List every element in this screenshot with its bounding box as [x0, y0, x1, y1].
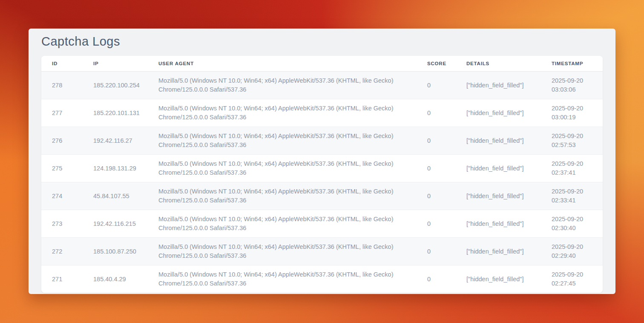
cell-id: 272: [41, 238, 83, 265]
cell-score: 0: [417, 265, 456, 293]
header-row: ID IP USER AGENT SCORE DETAILS TIMESTAMP: [41, 56, 603, 72]
cell-user-agent: Mozilla/5.0 (Windows NT 10.0; Win64; x64…: [148, 155, 417, 182]
cell-timestamp: 2025-09-20 02:29:40: [541, 238, 603, 265]
cell-ip: 185.220.100.254: [83, 72, 148, 99]
column-header-user-agent: USER AGENT: [148, 56, 417, 72]
cell-score: 0: [417, 238, 456, 265]
column-header-id: ID: [41, 56, 83, 72]
cell-id: 273: [41, 210, 83, 238]
cell-score: 0: [417, 210, 456, 238]
column-header-score: SCORE: [417, 56, 456, 72]
cell-user-agent: Mozilla/5.0 (Windows NT 10.0; Win64; x64…: [148, 182, 417, 210]
cell-score: 0: [417, 155, 456, 182]
log-row: 273 192.42.116.215 Mozilla/5.0 (Windows …: [41, 210, 603, 238]
cell-ip: 185.100.87.250: [83, 238, 148, 265]
cell-ip: 124.198.131.29: [83, 155, 148, 182]
column-header-timestamp: TIMESTAMP: [541, 56, 603, 72]
cell-user-agent: Mozilla/5.0 (Windows NT 10.0; Win64; x64…: [148, 99, 417, 127]
cell-id: 275: [41, 155, 83, 182]
log-row: 274 45.84.107.55 Mozilla/5.0 (Windows NT…: [41, 182, 603, 210]
cell-id: 277: [41, 99, 83, 127]
cell-details: ["hidden_field_filled"]: [456, 155, 541, 182]
cell-score: 0: [417, 127, 456, 155]
log-row: 278 185.220.100.254 Mozilla/5.0 (Windows…: [41, 72, 603, 99]
cell-timestamp: 2025-09-20 03:03:06: [541, 72, 603, 99]
cell-timestamp: 2025-09-20 03:00:19: [541, 99, 603, 127]
log-row: 277 185.220.101.131 Mozilla/5.0 (Windows…: [41, 99, 603, 127]
cell-timestamp: 2025-09-20 02:33:41: [541, 182, 603, 210]
cell-id: 274: [41, 182, 83, 210]
cell-ip: 192.42.116.215: [83, 210, 148, 238]
log-row: 275 124.198.131.29 Mozilla/5.0 (Windows …: [41, 155, 603, 182]
cell-id: 276: [41, 127, 83, 155]
cell-ip: 185.220.101.131: [83, 99, 148, 127]
cell-user-agent: Mozilla/5.0 (Windows NT 10.0; Win64; x64…: [148, 238, 417, 265]
cell-user-agent: Mozilla/5.0 (Windows NT 10.0; Win64; x64…: [148, 72, 417, 99]
cell-details: ["hidden_field_filled"]: [456, 99, 541, 127]
cell-ip: 45.84.107.55: [83, 182, 148, 210]
column-header-details: DETAILS: [456, 56, 541, 72]
cell-details: ["hidden_field_filled"]: [456, 265, 541, 293]
cell-ip: 192.42.116.27: [83, 127, 148, 155]
cell-user-agent: Mozilla/5.0 (Windows NT 10.0; Win64; x64…: [148, 265, 417, 293]
logs-table-header: ID IP USER AGENT SCORE DETAILS TIMESTAMP: [41, 56, 603, 72]
cell-id: 271: [41, 265, 83, 293]
cell-timestamp: 2025-09-20 02:27:45: [541, 265, 603, 293]
cell-details: ["hidden_field_filled"]: [456, 127, 541, 155]
log-row: 272 185.100.87.250 Mozilla/5.0 (Windows …: [41, 238, 603, 265]
cell-details: ["hidden_field_filled"]: [456, 210, 541, 238]
page-title: Captcha Logs: [41, 34, 603, 49]
cell-score: 0: [417, 182, 456, 210]
cell-timestamp: 2025-09-20 02:37:41: [541, 155, 603, 182]
logs-table-body: 278 185.220.100.254 Mozilla/5.0 (Windows…: [41, 72, 603, 293]
cell-timestamp: 2025-09-20 02:57:53: [541, 127, 603, 155]
logs-table: ID IP USER AGENT SCORE DETAILS TIMESTAMP…: [41, 56, 603, 293]
cell-details: ["hidden_field_filled"]: [456, 182, 541, 210]
cell-details: ["hidden_field_filled"]: [456, 238, 541, 265]
column-header-ip: IP: [83, 56, 148, 72]
cell-score: 0: [417, 72, 456, 99]
captcha-logs-card: Captcha Logs ID IP USER AGENT SCORE DETA…: [29, 29, 615, 294]
cell-timestamp: 2025-09-20 02:30:40: [541, 210, 603, 238]
cell-user-agent: Mozilla/5.0 (Windows NT 10.0; Win64; x64…: [148, 127, 417, 155]
log-row: 271 185.40.4.29 Mozilla/5.0 (Windows NT …: [41, 265, 603, 293]
logs-table-container: ID IP USER AGENT SCORE DETAILS TIMESTAMP…: [41, 56, 603, 293]
cell-id: 278: [41, 72, 83, 99]
cell-score: 0: [417, 99, 456, 127]
cell-ip: 185.40.4.29: [83, 265, 148, 293]
log-row: 276 192.42.116.27 Mozilla/5.0 (Windows N…: [41, 127, 603, 155]
cell-user-agent: Mozilla/5.0 (Windows NT 10.0; Win64; x64…: [148, 210, 417, 238]
cell-details: ["hidden_field_filled"]: [456, 72, 541, 99]
